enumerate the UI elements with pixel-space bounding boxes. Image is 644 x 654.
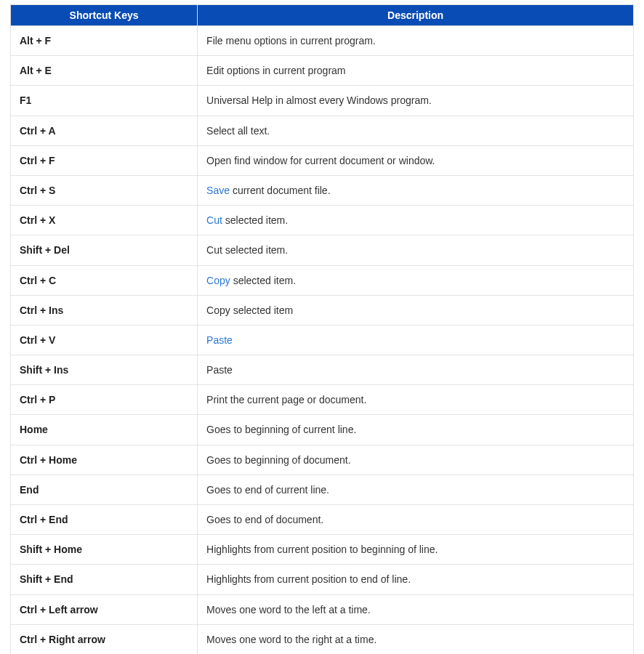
keyword-link[interactable]: Cut — [206, 214, 222, 226]
table-row: Ctrl + VPaste — [11, 325, 634, 355]
table-row: Ctrl + Right arrowMoves one word to the … — [11, 624, 634, 654]
description-text: Copy selected item — [206, 304, 293, 316]
description-text: selected item. — [230, 275, 296, 286]
table-row: Ctrl + CCopy selected item. — [11, 265, 634, 295]
description-cell: Goes to beginning of current line. — [198, 415, 634, 445]
description-cell: Select all text. — [198, 116, 634, 145]
table-header-row: Shortcut Keys Description — [11, 5, 634, 26]
shortcut-key-cell: Ctrl + V — [11, 325, 198, 355]
description-cell: Goes to end of document. — [198, 505, 634, 535]
description-cell: Print the current page or document. — [198, 385, 634, 415]
description-text: Universal Help in almost every Windows p… — [206, 94, 432, 106]
description-text: Paste — [206, 364, 233, 376]
table-row: Alt + FFile menu options in current prog… — [11, 26, 634, 56]
shortcut-key-cell: Alt + E — [11, 56, 198, 86]
description-text: Print the current page or document. — [206, 394, 366, 405]
description-text: Edit options in current program — [206, 65, 345, 76]
shortcut-table: Shortcut Keys Description Alt + FFile me… — [10, 4, 634, 654]
page-container: Shortcut Keys Description Alt + FFile me… — [0, 0, 644, 654]
table-row: EndGoes to end of current line. — [11, 475, 634, 504]
description-cell: File menu options in current program. — [198, 26, 634, 56]
description-cell: Moves one word to the left at a time. — [198, 594, 634, 624]
table-row: F1Universal Help in almost every Windows… — [11, 86, 634, 116]
table-row: Alt + EEdit options in current program — [11, 56, 634, 86]
description-cell: Copy selected item — [198, 295, 634, 325]
shortcut-key-cell: Home — [11, 415, 198, 445]
shortcut-key-cell: F1 — [11, 86, 198, 116]
table-row: Shift + HomeHighlights from current posi… — [11, 535, 634, 565]
table-row: Ctrl + InsCopy selected item — [11, 295, 634, 325]
description-text: selected item. — [222, 214, 288, 226]
header-description: Description — [198, 5, 634, 26]
shortcut-key-cell: Ctrl + S — [11, 175, 198, 205]
shortcut-key-cell: Ctrl + A — [11, 116, 198, 145]
shortcut-key-cell: Ctrl + C — [11, 265, 198, 295]
description-cell: Goes to beginning of document. — [198, 445, 634, 475]
description-cell: Goes to end of current line. — [198, 475, 634, 504]
description-cell: Highlights from current position to end … — [198, 565, 634, 594]
shortcut-key-cell: Shift + End — [11, 565, 198, 594]
description-cell: Cut selected item. — [198, 206, 634, 235]
shortcut-key-cell: Ctrl + Ins — [11, 295, 198, 325]
shortcut-key-cell: Ctrl + F — [11, 145, 198, 175]
header-shortcut-keys: Shortcut Keys — [11, 5, 198, 26]
description-text: Goes to end of current line. — [206, 484, 329, 496]
description-text: File menu options in current program. — [206, 35, 376, 47]
table-row: Shift + DelCut selected item. — [11, 235, 634, 265]
description-text: Select all text. — [206, 125, 270, 137]
keyword-link[interactable]: Copy — [206, 275, 230, 286]
description-cell: Save current document file. — [198, 175, 634, 205]
description-cell: Universal Help in almost every Windows p… — [198, 86, 634, 116]
description-text: Moves one word to the left at a time. — [206, 604, 371, 615]
shortcut-key-cell: Ctrl + Left arrow — [11, 594, 198, 624]
description-text: Highlights from current position to end … — [206, 573, 411, 585]
description-text: Goes to end of document. — [206, 514, 323, 525]
shortcut-key-cell: Ctrl + End — [11, 505, 198, 535]
shortcut-key-cell: Ctrl + Right arrow — [11, 624, 198, 654]
table-row: Ctrl + FOpen find window for current doc… — [11, 145, 634, 175]
table-row: HomeGoes to beginning of current line. — [11, 415, 634, 445]
shortcut-key-cell: Ctrl + X — [11, 206, 198, 235]
table-row: Ctrl + EndGoes to end of document. — [11, 505, 634, 535]
table-row: Ctrl + ASelect all text. — [11, 116, 634, 145]
description-text: Highlights from current position to begi… — [206, 544, 438, 555]
shortcut-key-cell: Shift + Del — [11, 235, 198, 265]
description-cell: Edit options in current program — [198, 56, 634, 86]
table-row: Ctrl + Left arrowMoves one word to the l… — [11, 594, 634, 624]
description-cell: Paste — [198, 325, 634, 355]
description-text: current document file. — [230, 185, 331, 196]
description-text: Goes to beginning of current line. — [206, 424, 356, 435]
description-text: Open find window for current document or… — [206, 155, 435, 166]
shortcut-key-cell: End — [11, 475, 198, 504]
description-cell: Moves one word to the right at a time. — [198, 624, 634, 654]
shortcut-key-cell: Ctrl + Home — [11, 445, 198, 475]
keyword-link[interactable]: Paste — [206, 334, 233, 346]
table-row: Shift + EndHighlights from current posit… — [11, 565, 634, 594]
keyword-link[interactable]: Save — [206, 185, 230, 196]
description-cell: Open find window for current document or… — [198, 145, 634, 175]
shortcut-key-cell: Ctrl + P — [11, 385, 198, 415]
table-body: Alt + FFile menu options in current prog… — [11, 26, 634, 655]
description-text: Moves one word to the right at a time. — [206, 634, 377, 645]
description-text: Cut selected item. — [206, 244, 288, 256]
description-text: Goes to beginning of document. — [206, 454, 350, 466]
table-row: Ctrl + SSave current document file. — [11, 175, 634, 205]
description-cell: Cut selected item. — [198, 235, 634, 265]
table-row: Ctrl + HomeGoes to beginning of document… — [11, 445, 634, 475]
table-row: Shift + InsPaste — [11, 355, 634, 385]
shortcut-key-cell: Shift + Home — [11, 535, 198, 565]
table-row: Ctrl + PPrint the current page or docume… — [11, 385, 634, 415]
description-cell: Highlights from current position to begi… — [198, 535, 634, 565]
shortcut-key-cell: Alt + F — [11, 26, 198, 56]
description-cell: Paste — [198, 355, 634, 385]
description-cell: Copy selected item. — [198, 265, 634, 295]
shortcut-key-cell: Shift + Ins — [11, 355, 198, 385]
table-row: Ctrl + XCut selected item. — [11, 206, 634, 235]
